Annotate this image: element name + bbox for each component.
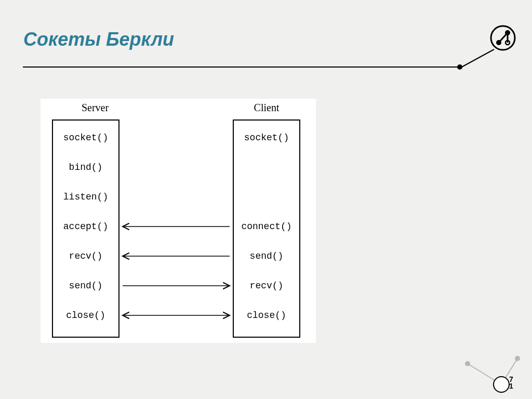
socket-diagram: Server Client socket() bind() listen() a…: [41, 99, 316, 343]
header-slash: [460, 48, 496, 69]
client-call: connect(): [233, 221, 300, 232]
flow-arrows: [121, 119, 232, 338]
git-branch-icon: [489, 24, 516, 51]
server-call: close(): [52, 310, 119, 321]
client-call: close(): [233, 310, 300, 321]
server-call: send(): [52, 281, 119, 291]
header-underline: [23, 66, 459, 68]
server-call: bind(): [52, 162, 119, 172]
page-number-bottom: 1: [509, 382, 513, 390]
page-number: 7 1: [504, 376, 518, 390]
client-call: recv(): [233, 281, 300, 291]
svg-line-0: [460, 49, 494, 68]
page-title: Сокеты Беркли: [23, 29, 174, 50]
client-header: Client: [233, 102, 300, 114]
server-call: listen(): [52, 192, 119, 202]
server-header: Server: [61, 102, 129, 114]
client-call: socket(): [233, 132, 300, 143]
client-call: send(): [233, 251, 300, 261]
svg-point-13: [465, 361, 470, 366]
server-call: recv(): [52, 251, 119, 261]
server-call: accept(): [52, 221, 119, 232]
svg-point-14: [515, 356, 520, 361]
server-call: socket(): [52, 132, 119, 143]
